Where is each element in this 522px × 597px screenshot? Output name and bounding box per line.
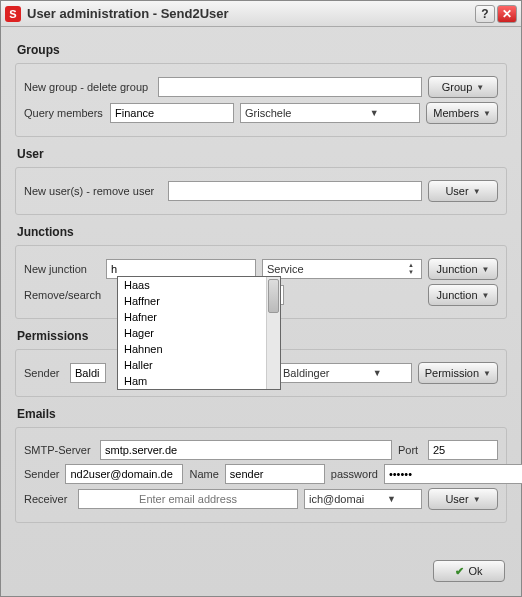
section-emails: Emails SMTP-Server Port Sender Name pass…: [15, 401, 507, 523]
chevron-down-icon: ▼: [482, 265, 490, 274]
receiver-label: Receiver: [24, 493, 72, 505]
section-title-groups: Groups: [15, 37, 507, 63]
em-sender-label: Sender: [24, 468, 59, 480]
chevron-down-icon: ▼: [473, 495, 481, 504]
section-groups: Groups New group - delete group Group ▼ …: [15, 37, 507, 137]
content: Groups New group - delete group Group ▼ …: [1, 27, 521, 596]
autocomplete-option[interactable]: Hager: [118, 325, 280, 341]
titlebar: S User administration - Send2User ? ✕: [1, 1, 521, 27]
em-password-input[interactable]: [384, 464, 522, 484]
new-junction-label: New junction: [24, 263, 100, 275]
section-title-emails: Emails: [15, 401, 507, 427]
dialog-user-administration: S User administration - Send2User ? ✕ Gr…: [0, 0, 522, 597]
junction-button-2[interactable]: Junction ▼: [428, 284, 498, 306]
em-user-button-label: User: [445, 493, 468, 505]
service-combo[interactable]: Service ▲▼: [262, 259, 422, 279]
pm-sender-input[interactable]: [70, 363, 106, 383]
autocomplete-option[interactable]: Haller: [118, 357, 280, 373]
receiver-combo-value: ich@domain.de: [309, 493, 364, 505]
new-group-input[interactable]: [158, 77, 422, 97]
em-sender-input[interactable]: [65, 464, 183, 484]
close-icon: ✕: [502, 7, 512, 21]
query-members-combo-value: Grischele: [245, 107, 331, 119]
pm-sender-combo[interactable]: Baldinger ▼: [278, 363, 412, 383]
user-button-label: User: [445, 185, 468, 197]
chevron-down-icon: ▼: [346, 368, 409, 378]
em-user-button[interactable]: User ▼: [428, 488, 498, 510]
chevron-down-icon: ▼: [483, 109, 491, 118]
em-name-input[interactable]: [225, 464, 325, 484]
chevron-down-icon: ▼: [364, 494, 419, 504]
ok-button[interactable]: ✔ Ok: [433, 560, 505, 582]
chevron-down-icon: ▼: [331, 108, 417, 118]
junction-button-label: Junction: [437, 263, 478, 275]
help-button[interactable]: ?: [475, 5, 495, 23]
scrollbar-thumb[interactable]: [268, 279, 279, 313]
members-button[interactable]: Members ▼: [426, 102, 498, 124]
junction-button[interactable]: Junction ▼: [428, 258, 498, 280]
query-members-input[interactable]: [110, 103, 234, 123]
junction-button-2-label: Junction: [437, 289, 478, 301]
query-members-combo[interactable]: Grischele ▼: [240, 103, 420, 123]
service-combo-value: Service: [267, 263, 403, 275]
section-title-user: User: [15, 141, 507, 167]
autocomplete-option[interactable]: Ham: [118, 373, 280, 389]
port-input[interactable]: [428, 440, 498, 460]
receiver-combo[interactable]: ich@domain.de ▼: [304, 489, 422, 509]
app-icon: S: [5, 6, 21, 22]
chevron-down-icon: ▼: [483, 369, 491, 378]
port-label: Port: [398, 444, 422, 456]
check-icon: ✔: [455, 565, 464, 578]
ok-button-label: Ok: [468, 565, 482, 577]
group-button-label: Group: [442, 81, 473, 93]
window-title: User administration - Send2User: [27, 6, 473, 21]
chevron-down-icon: ▼: [482, 291, 490, 300]
new-group-label: New group - delete group: [24, 81, 152, 93]
section-user: User New user(s) - remove user User ▼: [15, 141, 507, 215]
members-button-label: Members: [433, 107, 479, 119]
autocomplete-option[interactable]: Haffner: [118, 293, 280, 309]
spinner-icon[interactable]: ▲▼: [403, 262, 419, 276]
new-users-input[interactable]: [168, 181, 422, 201]
autocomplete-option[interactable]: Haas: [118, 277, 280, 293]
chevron-down-icon: ▼: [473, 187, 481, 196]
permission-button[interactable]: Permission ▼: [418, 362, 498, 384]
em-name-label: Name: [189, 468, 218, 480]
scrollbar[interactable]: [266, 277, 280, 389]
query-members-label: Query members: [24, 107, 104, 119]
smtp-input[interactable]: [100, 440, 392, 460]
new-users-label: New user(s) - remove user: [24, 185, 162, 197]
em-password-label: password: [331, 468, 378, 480]
user-button[interactable]: User ▼: [428, 180, 498, 202]
group-button[interactable]: Group ▼: [428, 76, 498, 98]
section-title-junctions: Junctions: [15, 219, 507, 245]
smtp-label: SMTP-Server: [24, 444, 94, 456]
pm-sender-label: Sender: [24, 367, 64, 379]
close-button[interactable]: ✕: [497, 5, 517, 23]
receiver-input[interactable]: [78, 489, 298, 509]
permission-button-label: Permission: [425, 367, 479, 379]
pm-sender-combo-value: Baldinger: [283, 367, 346, 379]
remove-search-label: Remove/search: [24, 289, 100, 301]
autocomplete-option[interactable]: Hahnen: [118, 341, 280, 357]
autocomplete-dropdown: HaasHaffnerHafnerHagerHahnenHallerHam: [117, 276, 281, 390]
autocomplete-option[interactable]: Hafner: [118, 309, 280, 325]
chevron-down-icon: ▼: [476, 83, 484, 92]
